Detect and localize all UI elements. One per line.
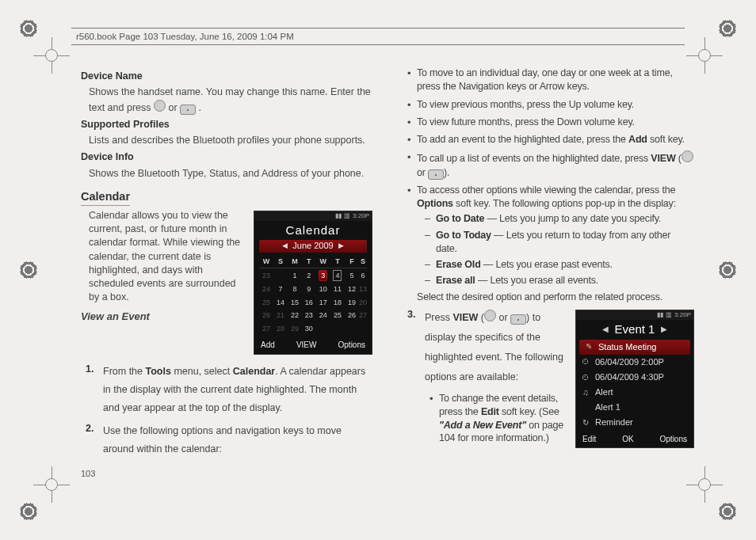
calendar-day: 21 bbox=[273, 309, 288, 321]
calendar-day: 17 bbox=[316, 296, 330, 309]
calendar-day: 7 bbox=[273, 283, 288, 295]
calendar-day: 1 bbox=[288, 268, 302, 283]
nav-key-icon bbox=[484, 310, 496, 321]
calendar-day: 25 bbox=[330, 309, 345, 321]
nav-key-icon bbox=[682, 150, 693, 162]
crop-mark-icon bbox=[33, 466, 70, 503]
bullet-prev-months: To view previous months, press the Up vo… bbox=[417, 98, 694, 112]
calendar-day bbox=[273, 268, 288, 283]
calendar-day: 9 bbox=[302, 283, 316, 295]
calendar-day: 23 bbox=[302, 309, 316, 321]
dash-go-to-today: Go to Today — Lets you return to today f… bbox=[436, 229, 694, 257]
phone-calendar-grid: WSMTWTFS 2312345624789101112132514151617… bbox=[259, 255, 367, 335]
calendar-day bbox=[359, 322, 367, 335]
calendar-day: 4 bbox=[330, 268, 345, 283]
calendar-dow: S bbox=[359, 255, 367, 268]
phone-month-selector: ◀ June 2009 ▶ bbox=[259, 240, 367, 253]
calendar-week-number: 27 bbox=[259, 322, 273, 335]
battery-icon: ▥ bbox=[344, 211, 350, 220]
print-gear-icon bbox=[19, 260, 38, 280]
print-gear-icon bbox=[718, 19, 737, 38]
calendar-day bbox=[330, 322, 345, 335]
calendar-day: 13 bbox=[359, 283, 367, 295]
bullet-view-list: To call up a list of events on the highl… bbox=[417, 150, 694, 180]
bullet-future-months: To view future months, press the Down vo… bbox=[417, 116, 694, 129]
calendar-week-number: 26 bbox=[259, 309, 273, 321]
calendar-day: 12 bbox=[345, 283, 359, 295]
phone-softkey-bar: Add VIEW Options bbox=[254, 337, 372, 351]
calendar-day: 22 bbox=[288, 309, 302, 321]
calendar-week-number: 25 bbox=[259, 296, 273, 309]
calendar-day: 29 bbox=[288, 322, 302, 335]
print-gear-icon bbox=[718, 502, 737, 521]
calendar-day: 8 bbox=[288, 283, 302, 295]
calendar-dow: S bbox=[273, 255, 288, 268]
calendar-day: 10 bbox=[316, 283, 330, 295]
phone-month-label: June 2009 bbox=[292, 240, 333, 252]
bullet-nav-keys: To move to an individual day, one day or… bbox=[417, 67, 694, 94]
phone-clock: 3:20P bbox=[353, 211, 369, 220]
softkey-left: Add bbox=[261, 340, 275, 351]
prev-month-icon: ◀ bbox=[282, 241, 288, 250]
calendar-day: 27 bbox=[359, 309, 367, 321]
supported-profiles-text: Lists and describes the Bluetooth profil… bbox=[89, 134, 372, 147]
device-info-text: Shows the Bluetooth Type, Status, and Ad… bbox=[89, 167, 372, 181]
ok-key-icon bbox=[180, 105, 196, 115]
calendar-week-number: 24 bbox=[259, 283, 273, 295]
calendar-day bbox=[345, 322, 359, 335]
calendar-dow: F bbox=[345, 255, 359, 268]
calendar-day: 15 bbox=[288, 296, 302, 309]
phone-screen-title: Calendar bbox=[254, 221, 372, 240]
calendar-day: 26 bbox=[345, 309, 359, 321]
softkey-right: Options bbox=[338, 340, 365, 351]
calendar-day: 30 bbox=[302, 322, 316, 335]
calendar-day: 2 bbox=[302, 268, 316, 283]
calendar-day: 18 bbox=[330, 296, 345, 309]
after-dash-text: Select the desired option and perform th… bbox=[417, 291, 694, 304]
phone-status-bar: ▮▮ ▥ 3:20P bbox=[254, 211, 372, 221]
ok-key-icon bbox=[428, 169, 444, 180]
nav-key-icon bbox=[154, 100, 166, 112]
dash-erase-old: Erase Old — Lets you erase past events. bbox=[436, 258, 694, 272]
calendar-dow: M bbox=[288, 255, 302, 268]
page-header: r560.book Page 103 Tuesday, June 16, 200… bbox=[71, 28, 685, 45]
step-3: 3. Press VIEW ( or ) to display the spec… bbox=[425, 308, 694, 446]
calendar-dow: T bbox=[330, 255, 345, 268]
dash-go-to-date: Go to Date — Lets you jump to any date y… bbox=[436, 212, 694, 226]
signal-icon: ▮▮ bbox=[335, 211, 342, 220]
print-gear-icon bbox=[19, 19, 38, 38]
calendar-dow: W bbox=[316, 255, 330, 268]
calendar-day: 16 bbox=[302, 296, 316, 309]
step-1: 1. From the Tools menu, select Calendar.… bbox=[103, 363, 372, 417]
softkey-center: VIEW bbox=[296, 340, 317, 351]
step-2: 2. Use the following options and navigat… bbox=[103, 422, 372, 458]
calendar-day bbox=[316, 322, 330, 335]
calendar-day: 24 bbox=[316, 309, 330, 321]
ok-key-icon bbox=[510, 314, 526, 325]
next-month-icon: ▶ bbox=[338, 241, 344, 250]
device-name-text: Shows the handset name. You may change t… bbox=[89, 86, 372, 115]
calendar-day: 11 bbox=[330, 283, 345, 295]
print-gear-icon bbox=[19, 502, 38, 521]
calendar-day: 19 bbox=[345, 296, 359, 309]
calendar-day: 20 bbox=[359, 296, 367, 309]
heading-device-name: Device Name bbox=[81, 70, 372, 83]
phone-calendar-figure: ▮▮ ▥ 3:20P Calendar ◀ June 2009 ▶ WSMTWT… bbox=[254, 211, 372, 355]
calendar-day: 28 bbox=[273, 322, 288, 335]
page-header-text: r560.book Page 103 Tuesday, June 16, 200… bbox=[76, 32, 294, 41]
crop-mark-icon bbox=[33, 37, 70, 74]
heading-supported-profiles: Supported Profiles bbox=[81, 118, 372, 131]
crop-mark-icon bbox=[686, 466, 723, 503]
heading-calendar: Calendar bbox=[81, 188, 130, 206]
calendar-day: 5 bbox=[345, 268, 359, 283]
calendar-day: 14 bbox=[273, 296, 288, 309]
page-number: 103 bbox=[81, 469, 95, 478]
calendar-day: 3 bbox=[316, 268, 330, 283]
calendar-dow: W bbox=[259, 255, 273, 268]
calendar-day: 6 bbox=[359, 268, 367, 283]
calendar-dow: T bbox=[302, 255, 316, 268]
calendar-week-number: 23 bbox=[259, 268, 273, 283]
bullet-options: To access other options while viewing th… bbox=[417, 184, 694, 304]
heading-device-info: Device Info bbox=[81, 150, 372, 164]
bullet-add-event: To add an event to the highlighted date,… bbox=[417, 133, 694, 146]
